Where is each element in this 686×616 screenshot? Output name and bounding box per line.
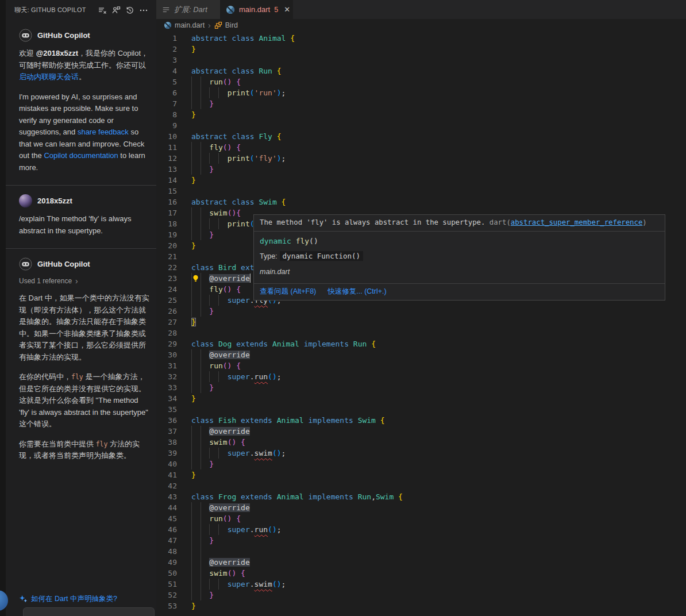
- code-line[interactable]: 53}: [156, 600, 686, 611]
- history-icon[interactable]: [123, 4, 137, 17]
- line-number[interactable]: 10: [156, 131, 177, 142]
- line-number[interactable]: 17: [156, 207, 177, 218]
- chat-link[interactable]: Copilot documentation: [44, 151, 118, 160]
- code-line[interactable]: 44 @override: [156, 502, 686, 513]
- line-number[interactable]: 4: [156, 66, 177, 76]
- code-line[interactable]: 16abstract class Swim {: [156, 197, 686, 207]
- code-line[interactable]: 41}: [156, 469, 686, 480]
- line-number[interactable]: 18: [156, 218, 177, 229]
- line-number[interactable]: 32: [156, 371, 177, 382]
- line-number[interactable]: 48: [156, 546, 177, 557]
- view-problem-link[interactable]: 查看问题 (Alt+F8): [260, 287, 316, 297]
- line-number[interactable]: 42: [156, 480, 177, 491]
- code-line[interactable]: 5 run() {: [156, 76, 686, 87]
- code-line[interactable]: 7 }: [156, 98, 686, 109]
- code-line[interactable]: 8}: [156, 109, 686, 120]
- line-number[interactable]: 47: [156, 535, 177, 546]
- code-line[interactable]: 3: [156, 55, 686, 66]
- code-line[interactable]: 33 }: [156, 382, 686, 393]
- code-line[interactable]: 15: [156, 186, 686, 197]
- code-line[interactable]: 37 @override: [156, 426, 686, 437]
- followup-suggestion[interactable]: 如何在 Dart 中声明抽象类?: [19, 594, 117, 604]
- line-number[interactable]: 22: [156, 262, 177, 273]
- line-number[interactable]: 27: [156, 317, 177, 328]
- line-number[interactable]: 39: [156, 448, 177, 459]
- chat-link[interactable]: share feedback: [78, 128, 129, 136]
- line-number[interactable]: 50: [156, 568, 177, 579]
- line-number[interactable]: 24: [156, 284, 177, 295]
- code-line[interactable]: 9: [156, 120, 686, 131]
- code-line[interactable]: 11 fly() {: [156, 142, 686, 153]
- code-line[interactable]: 12 print('fly');: [156, 153, 686, 164]
- code-line[interactable]: 34}: [156, 393, 686, 404]
- clear-chat-icon[interactable]: [95, 4, 109, 17]
- line-number[interactable]: 31: [156, 360, 177, 371]
- code-line[interactable]: 14}: [156, 175, 686, 186]
- code-line[interactable]: 28: [156, 328, 686, 338]
- line-number[interactable]: 44: [156, 502, 177, 513]
- code-line[interactable]: 32 super.run();: [156, 371, 686, 382]
- line-number[interactable]: 21: [156, 251, 177, 262]
- chat-link[interactable]: 启动内联聊天会话: [19, 72, 79, 81]
- line-number[interactable]: 13: [156, 164, 177, 175]
- line-number[interactable]: 36: [156, 415, 177, 426]
- breadcrumb-file[interactable]: main.dart: [164, 21, 205, 29]
- line-number[interactable]: 12: [156, 153, 177, 164]
- feedback-icon[interactable]: [109, 4, 123, 17]
- line-number[interactable]: 53: [156, 600, 177, 611]
- line-number[interactable]: 8: [156, 109, 177, 120]
- code-line[interactable]: 39 super.swim();: [156, 448, 686, 459]
- code-line[interactable]: 13 }: [156, 164, 686, 175]
- line-number[interactable]: 25: [156, 295, 177, 306]
- line-number[interactable]: 49: [156, 557, 177, 568]
- code-line[interactable]: 43class Frog extends Animal implements R…: [156, 491, 686, 502]
- line-number[interactable]: 19: [156, 229, 177, 240]
- line-number[interactable]: 34: [156, 393, 177, 404]
- line-number[interactable]: 26: [156, 306, 177, 317]
- code-line[interactable]: 10abstract class Fly {: [156, 131, 686, 142]
- quick-fix-link[interactable]: 快速修复... (Ctrl+.): [327, 287, 386, 297]
- line-number[interactable]: 41: [156, 469, 177, 480]
- line-number[interactable]: 33: [156, 382, 177, 393]
- line-number[interactable]: 43: [156, 491, 177, 502]
- close-tab-icon[interactable]: ✕: [284, 5, 290, 14]
- line-number[interactable]: 20: [156, 240, 177, 251]
- line-number[interactable]: 14: [156, 175, 177, 186]
- line-number[interactable]: 6: [156, 87, 177, 98]
- code-line[interactable]: 40 }: [156, 459, 686, 469]
- line-number[interactable]: 5: [156, 76, 177, 87]
- line-number[interactable]: 45: [156, 513, 177, 524]
- chat-input[interactable]: [23, 607, 155, 616]
- line-number[interactable]: 23: [156, 273, 177, 284]
- line-number[interactable]: 7: [156, 98, 177, 109]
- code-line[interactable]: 45 run() {: [156, 513, 686, 524]
- code-line[interactable]: 1abstract class Animal {: [156, 33, 686, 44]
- code-line[interactable]: 35: [156, 404, 686, 415]
- line-number[interactable]: 15: [156, 186, 177, 197]
- code-line[interactable]: 47 }: [156, 535, 686, 546]
- code-line[interactable]: 38 swim() {: [156, 437, 686, 448]
- line-number[interactable]: 37: [156, 426, 177, 437]
- code-line[interactable]: 51 super.swim();: [156, 579, 686, 590]
- line-number[interactable]: 30: [156, 349, 177, 360]
- used-references-toggle[interactable]: Used 1 reference›: [19, 276, 149, 286]
- code-line[interactable]: 48: [156, 546, 686, 557]
- code-line[interactable]: 2}: [156, 44, 686, 55]
- tab-extension-dart[interactable]: 扩展: Dart: [156, 0, 220, 19]
- line-number[interactable]: 29: [156, 338, 177, 349]
- line-number[interactable]: 1: [156, 33, 177, 44]
- line-number[interactable]: 3: [156, 55, 177, 66]
- line-number[interactable]: 11: [156, 142, 177, 153]
- code-line[interactable]: 50 swim() {: [156, 568, 686, 579]
- line-number[interactable]: 40: [156, 459, 177, 469]
- code-line[interactable]: 29class Dog extends Animal implements Ru…: [156, 338, 686, 349]
- code-line[interactable]: 46 super.run();: [156, 524, 686, 535]
- code-line[interactable]: 42: [156, 480, 686, 491]
- code-line[interactable]: 4abstract class Run {: [156, 66, 686, 76]
- line-number[interactable]: 28: [156, 328, 177, 338]
- tab-main-dart[interactable]: main.dart 5 ✕: [220, 0, 293, 19]
- code-line[interactable]: 52 }: [156, 590, 686, 600]
- code-line[interactable]: 26 }: [156, 306, 686, 317]
- line-number[interactable]: 2: [156, 44, 177, 55]
- line-number[interactable]: 35: [156, 404, 177, 415]
